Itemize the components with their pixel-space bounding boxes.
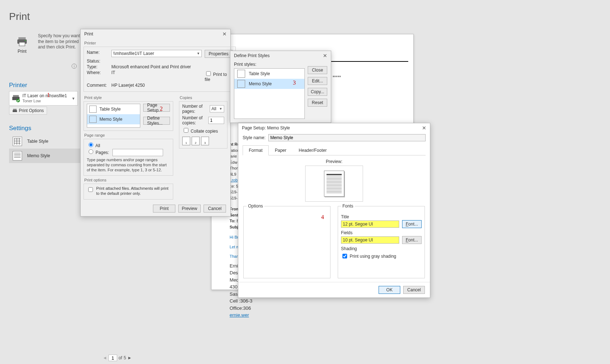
page-counter: ◄ of 5 ►	[103, 355, 132, 361]
close-icon[interactable]: ✕	[321, 53, 329, 59]
svg-point-3	[25, 40, 26, 41]
shading-label: Shading	[341, 246, 422, 251]
num-pages-combo[interactable]: All▼	[210, 105, 224, 112]
printer-group-label: Printer	[84, 41, 227, 45]
copies-group: Number of pages: All▼ Number of copies: …	[179, 101, 227, 149]
backstage-panel: Print Print Specify how you want the ite…	[0, 0, 90, 364]
next-page-button[interactable]: ►	[128, 355, 132, 360]
tab-header-footer[interactable]: Header/Footer	[293, 145, 333, 155]
num-copies-input[interactable]	[208, 117, 224, 124]
close-icon[interactable]: ✕	[221, 31, 228, 37]
dlg-cancel-button[interactable]: Cancel	[204, 205, 226, 213]
style-label: Table Style	[27, 139, 48, 144]
print-attached-checkbox[interactable]	[88, 187, 93, 192]
title-font-label: Title	[341, 214, 422, 219]
style-item-table[interactable]: Table Style	[9, 134, 90, 149]
style-row-memo[interactable]: Memo Style	[87, 114, 140, 124]
setup-cancel-button[interactable]: Cancel	[403, 286, 425, 294]
tab-format[interactable]: Format	[243, 145, 269, 155]
fields-font-button[interactable]: Font...	[402, 236, 422, 244]
table-style-icon	[237, 70, 245, 78]
page-setup-dialog: Page Setup: Memo Style ✕ Style name: For…	[238, 123, 430, 298]
tab-paper[interactable]: Paper	[269, 145, 293, 155]
define-styles-dialog: Define Print Styles ✕ Print styles: Tabl…	[230, 51, 331, 123]
styles-reset-button[interactable]: Reset	[308, 99, 327, 107]
define-styles-button[interactable]: Define Styles...	[143, 117, 170, 125]
setup-ok-button[interactable]: OK	[379, 286, 400, 294]
memo-style-icon	[237, 80, 245, 88]
annotation-2: 2	[160, 106, 163, 112]
title-font-display: 12 pt. Segoe UI	[341, 220, 399, 228]
define-styles-titlebar[interactable]: Define Print Styles ✕	[230, 51, 331, 60]
style-label: Memo Style	[27, 153, 50, 158]
range-pages-input[interactable]	[112, 149, 163, 156]
fonts-group: Fonts Title 12 pt. Segoe UI FFont...ont.…	[338, 206, 425, 278]
table-style-icon	[89, 106, 97, 113]
print-button[interactable]: Print	[9, 33, 35, 56]
printer-status-icon	[12, 94, 20, 103]
current-page-input[interactable]	[108, 355, 117, 361]
page-preview-icon	[324, 171, 344, 197]
options-group: Options	[243, 206, 330, 278]
style-item-memo[interactable]: Memo Style	[9, 149, 90, 163]
chevron-down-icon: ▼	[72, 97, 75, 100]
info-icon[interactable]: i	[72, 64, 77, 69]
gray-shading-checkbox[interactable]	[342, 254, 347, 258]
title-font-button[interactable]: FFont...ont...	[402, 220, 422, 228]
annotation-4: 4	[321, 214, 324, 220]
page-setup-titlebar[interactable]: Page Setup: Memo Style ✕	[238, 123, 430, 133]
settings-section-title: Settings	[9, 125, 90, 132]
printer-name-combo[interactable]: \\mhswsfile1\IT Laser▼	[111, 50, 202, 57]
print-dialog-titlebar[interactable]: Print ✕	[81, 29, 230, 39]
svg-rect-4	[13, 95, 19, 97]
styles-listbox[interactable]: Table Style Memo Style	[234, 68, 305, 119]
close-icon[interactable]: ✕	[421, 125, 428, 131]
styles-edit-button[interactable]: Edit...	[308, 77, 327, 85]
printer-status-text: Toner Low	[22, 99, 72, 103]
printer-icon	[16, 36, 28, 47]
page-range-group: All Pages: Type page numbers and/or page…	[84, 139, 173, 176]
memo-style-icon	[89, 116, 97, 123]
printer-selector[interactable]: IT Laser on mhswsfile1 Toner Low ▼	[9, 91, 78, 106]
styles-close-button[interactable]: Close	[308, 66, 327, 74]
fields-font-display: 10 pt. Segoe UI	[341, 236, 399, 244]
print-options-button[interactable]: Print Options	[9, 107, 47, 115]
collate-preview-icon: 2	[192, 137, 200, 145]
style-preview-box	[305, 166, 363, 202]
print-to-file-checkbox[interactable]	[206, 71, 211, 76]
properties-button[interactable]: Properties	[205, 50, 233, 58]
print-style-listbox[interactable]: Table Style Memo Style	[87, 104, 140, 128]
page-setup-button[interactable]: Page Setup...	[143, 104, 170, 112]
collate-preview-icon: 1	[182, 137, 190, 145]
print-style-group-label: Print style	[84, 95, 173, 100]
print-description: Specify how you want the item to be prin…	[38, 33, 83, 50]
table-style-icon	[13, 137, 22, 146]
dlg-print-button[interactable]: Print	[153, 205, 175, 213]
range-all-radio[interactable]	[89, 142, 93, 147]
styles-copy-button[interactable]: Copy...	[308, 88, 327, 96]
collate-preview-icon: 3	[201, 137, 209, 145]
print-options-group: Print attached files. Attachments will p…	[84, 184, 173, 200]
dlg-preview-button[interactable]: Preview	[178, 205, 201, 213]
memo-style-icon	[13, 151, 22, 160]
printer-section-title: Printer	[9, 82, 90, 89]
style-row-table[interactable]: Table Style	[87, 104, 140, 114]
range-pages-radio[interactable]	[89, 149, 93, 154]
annotation-1: 1	[47, 92, 50, 98]
collate-checkbox[interactable]	[184, 128, 188, 133]
style-name-input	[268, 134, 426, 141]
svg-rect-7	[13, 109, 17, 110]
printer-group: Name: \\mhswsfile1\IT Laser▼ Properties …	[84, 47, 236, 92]
fields-font-label: Fields	[341, 230, 422, 235]
svg-rect-2	[19, 42, 25, 46]
page-setup-tabs: Format Paper Header/Footer	[243, 145, 426, 155]
annotation-3: 3	[293, 80, 296, 86]
page-title: Print	[9, 11, 90, 22]
print-dialog: Print ✕ Printer Name: \\mhswsfile1\IT La…	[80, 29, 231, 217]
prev-page-button[interactable]: ◄	[103, 355, 107, 360]
styles-row-table[interactable]: Table Style	[234, 69, 304, 79]
print-options-icon	[12, 108, 17, 113]
svg-rect-8	[13, 110, 17, 112]
preview-label: Preview:	[243, 159, 425, 164]
svg-rect-0	[18, 37, 26, 39]
